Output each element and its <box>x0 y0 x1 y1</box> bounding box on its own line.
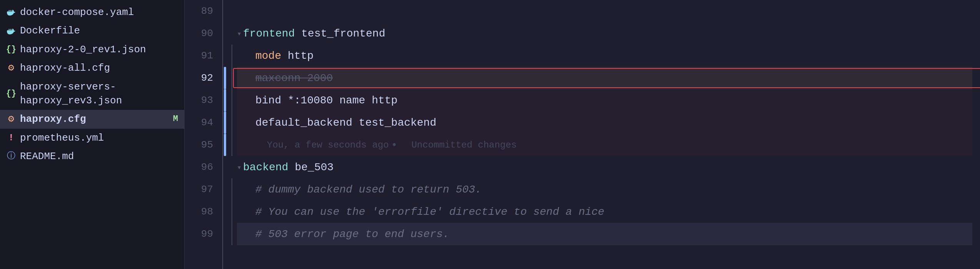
fold-line-98 <box>232 201 232 223</box>
gear-icon-2: ⚙ <box>6 112 16 126</box>
editor-area: 89 90 91 92 93 94 95 96 97 98 99 <box>185 0 980 269</box>
maxconn-keyword: maxconn 2000 <box>255 72 333 84</box>
sidebar-label-haproxy-all: haproxy-all.cfg <box>20 61 110 75</box>
fold-line-97 <box>232 178 232 201</box>
bind-value: *:10080 <box>288 95 339 106</box>
modified-badge: M <box>173 113 178 125</box>
line-num-92: 92 <box>185 67 216 89</box>
line-num-93: 93 <box>185 89 216 111</box>
json-icon-2: {} <box>6 88 16 100</box>
bind-name-value: http <box>372 95 397 106</box>
code-line-91: mode http <box>237 45 972 67</box>
backend-name: be_503 <box>288 161 334 173</box>
mode-value: http <box>281 50 313 62</box>
sidebar-item-readme[interactable]: ⓘ README.md <box>0 147 184 166</box>
exclamation-icon: ! <box>6 131 16 144</box>
sidebar-label-dockerfile: Dockerfile <box>20 24 80 38</box>
sidebar-label-docker-compose: docker-compose.yaml <box>20 5 134 19</box>
comment-97: # dummy backend used to return 503. <box>255 184 482 196</box>
info-icon: ⓘ <box>6 151 16 163</box>
comment-98: # You can use the 'errorfile' directive … <box>255 206 604 218</box>
keyword-backend: backend <box>243 161 288 173</box>
sidebar-item-docker-compose[interactable]: docker-compose.yaml <box>0 3 184 22</box>
line-num-94: 94 <box>185 111 216 134</box>
fold-line-95 <box>232 134 232 156</box>
git-marker-97 <box>223 178 229 201</box>
blame-author: You, a few seconds ago <box>255 140 389 150</box>
default-backend-keyword: default_backend <box>255 117 359 129</box>
code-editor[interactable]: ▾ frontend test_frontend mode http maxco… <box>229 0 980 269</box>
bind-keyword: bind <box>255 95 288 106</box>
git-marker-99 <box>223 223 229 245</box>
fold-line-99 <box>232 223 232 245</box>
sidebar-item-dockerfile[interactable]: Dockerfile <box>0 22 184 40</box>
code-line-93: bind *:10080 name http <box>237 89 972 111</box>
git-marker-90 <box>223 22 229 45</box>
code-line-90: ▾ frontend test_frontend <box>237 22 972 45</box>
sidebar-label-haproxy-rev1: haproxy-2-0_rev1.json <box>20 43 146 56</box>
git-marker-93 <box>224 89 226 111</box>
line-num-91: 91 <box>185 45 216 67</box>
code-line-99: # 503 error page to end users. <box>237 223 972 245</box>
line-num-98: 98 <box>185 201 216 223</box>
default-backend-value: test_backend <box>359 117 437 129</box>
line-num-96: 96 <box>185 156 216 178</box>
git-marker-94 <box>224 111 226 134</box>
git-marker-89 <box>223 0 229 22</box>
sidebar-label-haproxy-servers: haproxy-servers-haproxy_rev3.json <box>20 80 178 108</box>
fold-line-93 <box>232 89 232 111</box>
sidebar-label-haproxy-cfg: haproxy.cfg <box>20 112 86 126</box>
gear-icon-1: ⚙ <box>6 61 16 75</box>
git-marker-95 <box>224 134 226 156</box>
collapse-arrow-96[interactable]: ▾ <box>237 163 242 172</box>
code-line-97: # dummy backend used to return 503. <box>237 178 972 201</box>
docker-icon <box>6 8 16 17</box>
selection-highlight-box <box>233 68 980 88</box>
sidebar-item-haproxy-all[interactable]: ⚙ haproxy-all.cfg <box>0 59 184 77</box>
sidebar-item-haproxy-servers[interactable]: {} haproxy-servers-haproxy_rev3.json <box>0 78 184 110</box>
sidebar-item-haproxy-cfg[interactable]: ⚙ haproxy.cfg M <box>0 110 184 128</box>
fold-line-92 <box>232 67 232 89</box>
whale-icon <box>6 27 16 35</box>
git-gutter <box>223 0 229 269</box>
bind-name-kw: name <box>339 95 372 106</box>
line-num-89: 89 <box>185 0 216 22</box>
json-icon-1: {} <box>6 44 16 56</box>
sidebar-label-prometheus: prometheus.yml <box>20 131 104 145</box>
code-line-98: # You can use the 'errorfile' directive … <box>237 201 972 223</box>
line-numbers-gutter: 89 90 91 92 93 94 95 96 97 98 99 <box>185 0 223 269</box>
frontend-name: test_frontend <box>295 28 385 40</box>
comment-99: # 503 error page to end users. <box>255 228 449 240</box>
fold-line-91 <box>232 45 232 67</box>
line-num-95: 95 <box>185 134 216 156</box>
fold-line-94 <box>232 111 232 134</box>
sidebar-item-prometheus[interactable]: ! prometheus.yml <box>0 129 184 147</box>
git-marker-98 <box>223 201 229 223</box>
sidebar-item-haproxy-rev1[interactable]: {} haproxy-2-0_rev1.json <box>0 40 184 59</box>
code-line-96: ▾ backend be_503 <box>237 156 972 178</box>
collapse-arrow-90[interactable]: ▾ <box>237 29 242 38</box>
uncommitted-label: Uncommitted changes <box>400 140 517 150</box>
code-line-94: default_backend test_backend <box>237 111 972 134</box>
code-line-92: maxconn 2000 <box>237 67 972 89</box>
git-marker-96 <box>223 156 229 178</box>
sidebar: docker-compose.yaml Dockerfile {} haprox… <box>0 0 185 269</box>
code-line-89 <box>237 0 972 22</box>
keyword-mode: mode <box>255 50 281 62</box>
keyword-frontend: frontend <box>243 28 295 40</box>
code-line-95: You, a few seconds ago • Uncommitted cha… <box>237 134 972 156</box>
sidebar-label-readme: README.md <box>20 149 74 163</box>
line-num-99: 99 <box>185 223 216 245</box>
git-marker-91 <box>223 45 229 67</box>
git-marker-92 <box>224 67 226 89</box>
line-num-97: 97 <box>185 178 216 201</box>
line-num-90: 90 <box>185 22 216 45</box>
blame-dot: • <box>391 139 398 151</box>
